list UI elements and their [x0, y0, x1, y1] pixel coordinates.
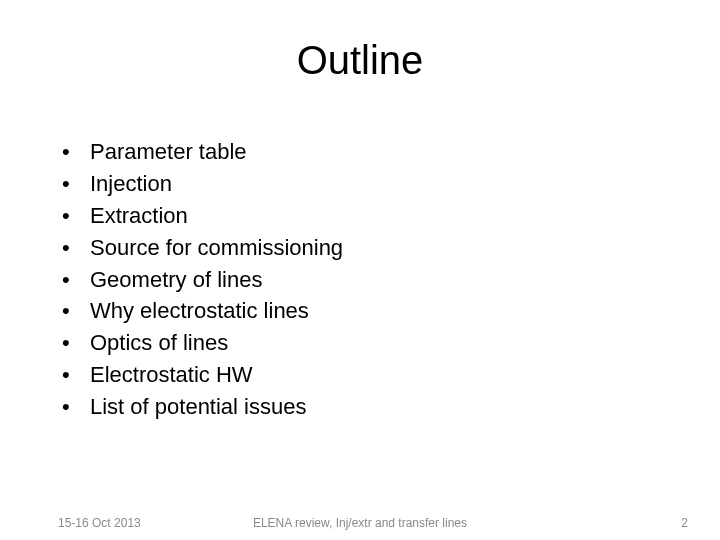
- bullet-list: Parameter table Injection Extraction Sou…: [58, 136, 662, 423]
- slide: Outline Parameter table Injection Extrac…: [0, 0, 720, 540]
- list-item: Source for commissioning: [58, 232, 662, 264]
- list-item: Optics of lines: [58, 327, 662, 359]
- footer-center-text: ELENA review, Inj/extr and transfer line…: [0, 516, 720, 530]
- list-item: List of potential issues: [58, 391, 662, 423]
- slide-title: Outline: [0, 38, 720, 83]
- list-item: Injection: [58, 168, 662, 200]
- list-item: Electrostatic HW: [58, 359, 662, 391]
- list-item: Geometry of lines: [58, 264, 662, 296]
- list-item: Extraction: [58, 200, 662, 232]
- slide-body: Parameter table Injection Extraction Sou…: [58, 136, 662, 423]
- list-item: Why electrostatic lines: [58, 295, 662, 327]
- list-item: Parameter table: [58, 136, 662, 168]
- footer-page-number: 2: [681, 516, 688, 530]
